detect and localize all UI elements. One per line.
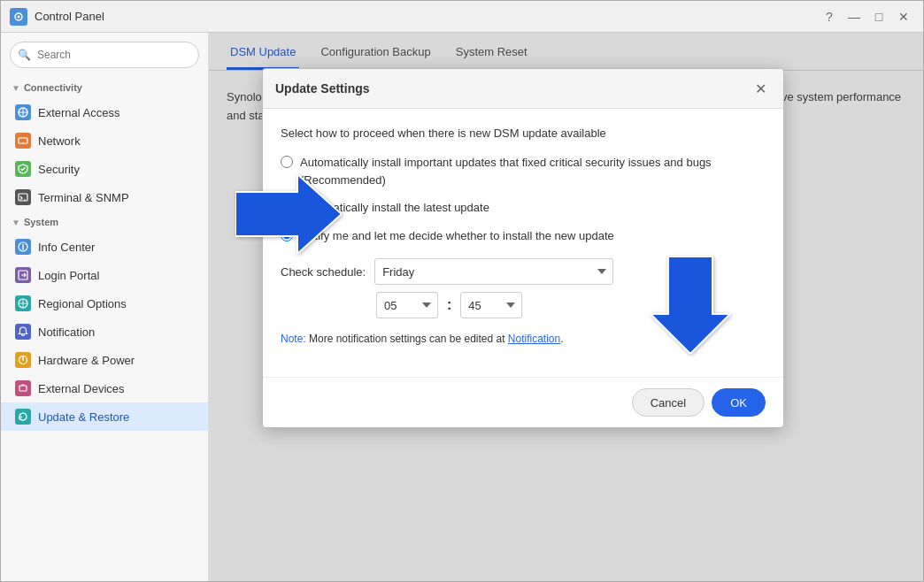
radio-opt2[interactable] <box>281 201 293 213</box>
window-title: Control Panel <box>35 10 812 23</box>
help-button[interactable]: ? <box>819 6 840 27</box>
minute-select[interactable]: 45 0005101520 25303540 5055 <box>460 292 522 318</box>
svg-rect-4 <box>19 138 27 143</box>
sidebar-item-notification[interactable]: Notification <box>1 318 208 346</box>
arrow-down <box>651 257 730 356</box>
svg-rect-5 <box>19 194 27 201</box>
network-icon <box>15 133 31 149</box>
info-center-icon <box>15 239 31 255</box>
radio-label-opt2[interactable]: Automatically install the latest update <box>300 199 489 217</box>
dialog-subtitle: Select how to proceed when there is new … <box>281 126 766 140</box>
sidebar-item-info-center[interactable]: Info Center <box>1 233 208 261</box>
svg-marker-12 <box>651 257 730 354</box>
svg-rect-10 <box>19 386 27 391</box>
radio-option-1: Automatically install important updates … <box>281 154 766 188</box>
sidebar-item-login-portal[interactable]: Login Portal <box>1 261 208 289</box>
update-settings-dialog: Update Settings ✕ Select how to proceed … <box>262 68 784 428</box>
section-connectivity: ▼ Connectivity <box>1 77 208 98</box>
sidebar-item-terminal[interactable]: Terminal & SNMP <box>1 183 208 211</box>
dialog-header: Update Settings ✕ <box>263 69 783 109</box>
hardware-power-icon <box>15 352 31 368</box>
main-layout: 🔍 ▼ Connectivity External Access Netw <box>1 33 923 581</box>
external-devices-icon <box>15 380 31 396</box>
section-system: ▼ System <box>1 211 208 233</box>
regional-options-icon <box>15 295 31 311</box>
notification-icon <box>15 324 31 340</box>
radio-label-opt1[interactable]: Automatically install important updates … <box>300 154 766 188</box>
day-select[interactable]: Friday Sunday Monday Tuesday Wednesday T… <box>374 258 613 285</box>
login-portal-icon <box>15 267 31 283</box>
hour-select[interactable]: 05 0001020304 0607080910 1112131415 1617… <box>376 292 438 318</box>
dialog-title: Update Settings <box>275 81 370 96</box>
search-input[interactable] <box>10 42 199 68</box>
search-wrapper: 🔍 <box>10 42 199 68</box>
minimize-button[interactable]: — <box>843 6 865 27</box>
note-label: Note: <box>281 333 306 345</box>
app-icon <box>10 8 27 26</box>
sidebar-item-security[interactable]: Security <box>1 155 208 183</box>
dialog-footer: Cancel OK <box>263 377 783 427</box>
note-suffix: . <box>560 333 563 345</box>
notification-link[interactable]: Notification <box>508 333 560 345</box>
sidebar-item-regional-options[interactable]: Regional Options <box>1 289 208 318</box>
radio-opt1[interactable] <box>281 156 293 168</box>
external-access-icon <box>15 104 31 120</box>
ok-button[interactable]: OK <box>712 388 766 417</box>
security-icon <box>15 161 31 177</box>
content-area: DSM Update Configuration Backup System R… <box>209 33 923 581</box>
section-arrow: ▼ <box>12 83 20 93</box>
sidebar-item-update-restore[interactable]: Update & Restore <box>1 402 208 431</box>
sidebar-item-hardware-power[interactable]: Hardware & Power <box>1 346 208 374</box>
sidebar: 🔍 ▼ Connectivity External Access Netw <box>1 33 209 581</box>
radio-option-2: Automatically install the latest update <box>281 199 766 217</box>
section-arrow-system: ▼ <box>12 218 20 227</box>
dialog-close-button[interactable]: ✕ <box>750 78 771 99</box>
time-colon: : <box>447 297 451 313</box>
sidebar-item-external-access[interactable]: External Access <box>1 98 208 126</box>
radio-label-opt3[interactable]: Notify me and let me decide whether to i… <box>300 227 614 245</box>
search-icon: 🔍 <box>18 49 31 61</box>
sidebar-item-external-devices[interactable]: External Devices <box>1 374 208 402</box>
sidebar-item-network[interactable]: Network <box>1 126 208 155</box>
radio-option-3: Notify me and let me decide whether to i… <box>281 227 766 245</box>
schedule-label: Check schedule: <box>281 265 366 279</box>
titlebar: Control Panel ? — □ ✕ <box>1 1 923 33</box>
control-panel-window: Control Panel ? — □ ✕ 🔍 ▼ Connectivity <box>0 0 924 582</box>
radio-opt3[interactable] <box>281 229 293 241</box>
update-restore-icon <box>15 409 31 425</box>
dialog-overlay: Update Settings ✕ Select how to proceed … <box>209 33 923 581</box>
cancel-button[interactable]: Cancel <box>632 388 705 417</box>
svg-point-2 <box>18 15 20 18</box>
maximize-button[interactable]: □ <box>868 6 889 27</box>
note-text: More notification settings can be edited… <box>306 333 508 345</box>
window-controls: ? — □ ✕ <box>819 6 914 27</box>
sidebar-search-container: 🔍 <box>1 33 208 77</box>
terminal-icon <box>15 189 31 205</box>
close-button[interactable]: ✕ <box>893 6 914 27</box>
